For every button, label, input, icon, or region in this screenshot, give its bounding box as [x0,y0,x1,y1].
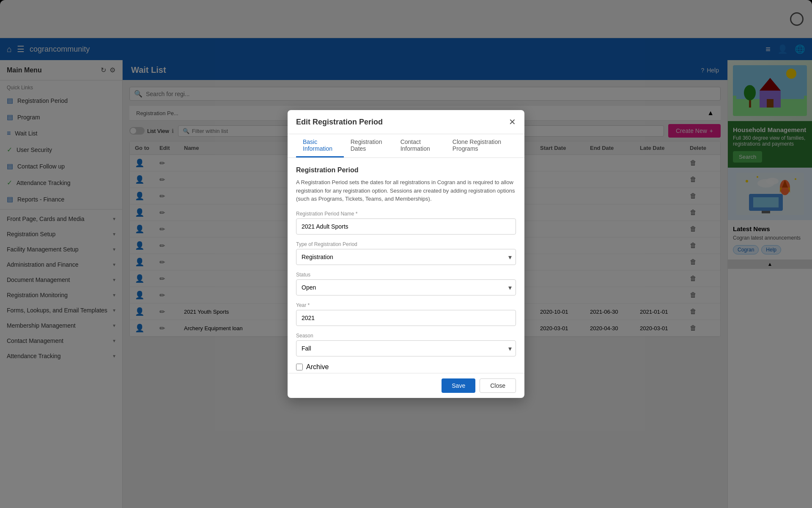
edit-registration-period-modal: Edit Registration Period ✕ Basic Informa… [288,110,524,398]
archive-row: Archive [296,363,516,371]
tab-contact-information[interactable]: Contact Information [394,134,446,157]
modal-overlay: Edit Registration Period ✕ Basic Informa… [0,0,812,508]
modal-body: Registration Period A Registration Perio… [288,158,524,373]
close-button[interactable]: Close [480,378,516,393]
reg-type-field: Type of Registration Period Registration… [296,241,516,265]
reg-type-select[interactable]: Registration Membership Ticket Team [296,249,516,265]
save-button[interactable]: Save [442,378,475,393]
season-select[interactable]: Fall Winter Spring Summer [296,340,516,356]
archive-label: Archive [306,363,329,371]
year-label: Year * [296,302,516,308]
modal-title: Edit Registration Period [296,118,383,127]
modal-header: Edit Registration Period ✕ [288,110,524,134]
reg-type-select-wrapper: Registration Membership Ticket Team ▾ [296,249,516,265]
status-label: Status [296,272,516,278]
modal-section-desc: A Registration Period sets the dates for… [296,178,516,203]
modal-tabs: Basic Information Registration Dates Con… [288,134,524,158]
tab-registration-dates[interactable]: Registration Dates [344,134,394,157]
status-select-wrapper: Open Closed Pending ▾ [296,279,516,295]
status-select[interactable]: Open Closed Pending [296,279,516,295]
modal-section-title: Registration Period [296,166,516,174]
modal-footer: Save Close [288,373,524,398]
archive-checkbox[interactable] [296,364,303,370]
modal-close-button[interactable]: ✕ [509,117,516,127]
reg-type-label: Type of Registration Period [296,241,516,247]
reg-period-name-input[interactable] [296,218,516,235]
season-field: Season Fall Winter Spring Summer ▾ [296,333,516,356]
reg-period-name-field: Registration Period Name * [296,211,516,235]
year-field: Year * [296,302,516,326]
season-select-wrapper: Fall Winter Spring Summer ▾ [296,340,516,356]
tab-clone-programs[interactable]: Clone Registration Programs [446,134,516,157]
status-field: Status Open Closed Pending ▾ [296,272,516,295]
year-input[interactable] [296,310,516,326]
season-label: Season [296,333,516,339]
reg-period-name-label: Registration Period Name * [296,211,516,217]
tab-basic-information[interactable]: Basic Information [296,134,344,157]
